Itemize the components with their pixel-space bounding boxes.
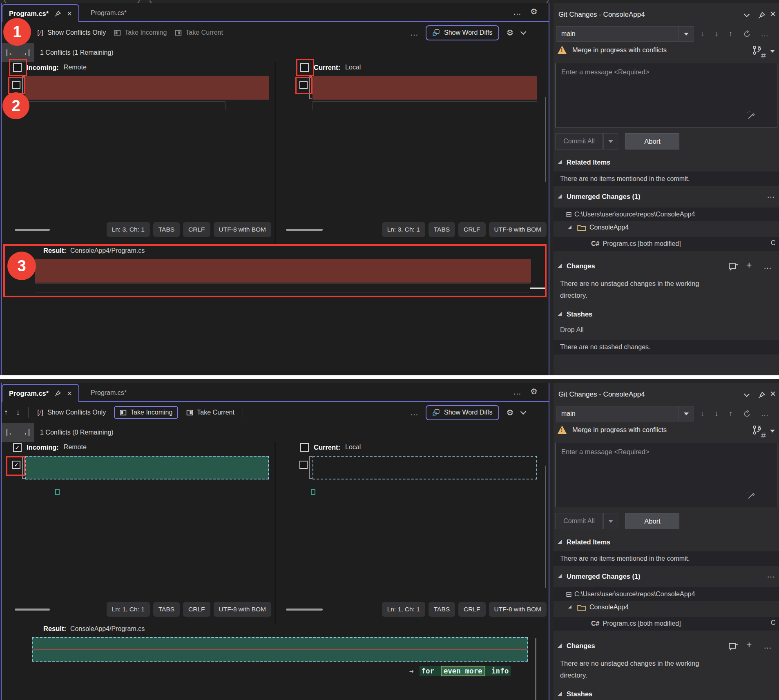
ai-pen-icon[interactable] [746,110,755,120]
push-icon[interactable]: ↑ [729,29,733,38]
indent-mode[interactable]: TABS [153,602,180,617]
prev-conflict-button[interactable]: ↑ [4,408,8,417]
next-conflict-button[interactable]: ↓ [16,408,20,417]
expander-icon[interactable] [558,644,562,648]
chevron-down-icon[interactable] [744,391,750,397]
caret-down-icon[interactable] [770,50,775,53]
changes-header[interactable]: Changes [567,262,595,270]
branch-graph-icon[interactable] [752,425,762,435]
unmerged-changes-header[interactable]: Unmerged Changes (1) [567,573,641,580]
tabstrip-more-icon[interactable]: … [513,7,521,17]
branch-dropdown-arrow[interactable] [678,27,694,41]
section-more-icon[interactable]: … [763,261,772,271]
git-more-icon[interactable]: … [761,409,769,418]
fetch-icon[interactable]: ↓ [701,409,705,418]
comment-sparkle-icon[interactable] [728,262,739,272]
line-ending[interactable]: CRLF [183,222,210,237]
project-name[interactable]: ConsoleApp4 [589,224,629,231]
pull-icon[interactable]: ↓ [715,409,719,418]
last-conflict-button[interactable]: → [21,49,29,56]
expander-icon[interactable] [558,692,562,696]
scrollbar[interactable] [545,466,546,588]
take-current-button[interactable]: Take Current [186,409,234,416]
commit-all-dropdown[interactable] [603,513,618,529]
line-ending[interactable]: CRLF [458,222,485,237]
close-icon[interactable]: × [67,389,72,397]
unmerged-changes-header[interactable]: Unmerged Changes (1) [567,193,641,201]
pull-icon[interactable]: ↓ [715,29,719,38]
close-icon[interactable]: × [67,9,72,18]
commit-message-input[interactable]: Enter a message <Required> [555,443,777,507]
section-more-icon[interactable]: … [767,570,775,580]
take-incoming-button[interactable]: Take Incoming [114,29,167,36]
section-more-icon[interactable]: … [763,641,772,651]
expander-icon[interactable] [558,264,562,268]
cursor-position[interactable]: Ln: 3, Ch: 1 [107,222,150,237]
pin-icon[interactable] [758,391,766,399]
indent-mode[interactable]: TABS [153,222,180,237]
stashes-header[interactable]: Stashes [567,690,592,698]
expander-icon[interactable] [568,605,571,609]
current-checkbox[interactable] [300,443,309,452]
h-scrollbar[interactable] [15,609,50,611]
commit-message-input[interactable]: Enter a message <Required> [555,63,777,127]
stage-plus-icon[interactable]: + [746,260,752,271]
close-icon[interactable]: × [770,388,776,399]
chevron-down-icon[interactable] [520,409,526,415]
chevron-down-icon[interactable] [744,11,750,17]
show-conflicts-only-button[interactable]: Show Conflicts Only [37,409,106,416]
h-scrollbar[interactable] [286,229,323,231]
tab-program-cs-active[interactable]: Program.cs* × [2,384,79,402]
line-ending[interactable]: CRLF [183,602,210,617]
pin-icon[interactable] [54,390,61,397]
tabstrip-gear-icon[interactable]: ⚙ [530,386,538,396]
encoding[interactable]: UTF-8 with BOM [214,222,271,237]
indent-mode[interactable]: TABS [429,222,455,237]
show-conflicts-only-button[interactable]: Show Conflicts Only [37,29,106,36]
pin-icon[interactable] [54,10,61,17]
caret-down-icon[interactable] [770,430,775,432]
branch-dropdown-arrow[interactable] [678,406,694,421]
line-ending[interactable]: CRLF [458,602,485,617]
encoding[interactable]: UTF-8 with BOM [214,602,271,617]
tabstrip-gear-icon[interactable]: ⚙ [530,7,538,16]
encoding[interactable]: UTF-8 with BOM [489,602,547,617]
current-conflict-checkbox[interactable] [299,461,308,469]
fetch-icon[interactable]: ↓ [701,29,705,38]
git-more-icon[interactable]: … [761,29,769,38]
pin-icon[interactable] [758,11,766,19]
scrollbar[interactable] [545,97,546,182]
file-row[interactable]: C# Program.cs [both modified] [554,237,779,251]
h-scrollbar[interactable] [15,229,50,231]
expander-icon[interactable] [558,540,562,544]
first-conflict-button[interactable]: ← [7,49,15,56]
commit-all-dropdown[interactable] [603,133,618,149]
drop-all-link[interactable]: Drop All [560,326,584,334]
expander-icon[interactable] [558,574,562,578]
project-name[interactable]: ConsoleApp4 [589,604,629,611]
merge-settings-gear-icon[interactable]: ⚙ [507,28,514,38]
expander-icon[interactable] [558,160,562,164]
push-icon[interactable]: ↑ [729,409,733,418]
branch-selector[interactable]: main [556,26,694,42]
refresh-icon[interactable] [743,410,751,418]
take-incoming-button-selected[interactable]: Take Incoming [114,406,178,419]
take-current-button[interactable]: Take Current [175,29,223,36]
close-icon[interactable]: × [770,8,776,20]
cursor-position[interactable]: Ln: 1, Ch: 1 [107,602,150,617]
stage-plus-icon[interactable]: + [746,640,752,651]
related-items-header[interactable]: Related Items [567,538,610,546]
stashes-header[interactable]: Stashes [567,310,592,318]
abort-button[interactable]: Abort [625,133,679,149]
toolbar-more-icon[interactable]: … [410,28,418,38]
pane-divider[interactable] [275,62,276,244]
encoding[interactable]: UTF-8 with BOM [489,222,547,237]
commit-all-button[interactable]: Commit All [555,513,603,529]
h-scrollbar[interactable] [286,609,323,611]
related-items-header[interactable]: Related Items [567,158,610,166]
cursor-position[interactable]: Ln: 3, Ch: 1 [382,222,425,237]
cursor-position[interactable]: Ln: 1, Ch: 1 [382,602,425,617]
show-word-diffs-button[interactable]: Show Word Diffs [426,405,499,420]
first-conflict-button[interactable]: ← [7,429,15,436]
commit-all-button[interactable]: Commit All [555,133,603,149]
